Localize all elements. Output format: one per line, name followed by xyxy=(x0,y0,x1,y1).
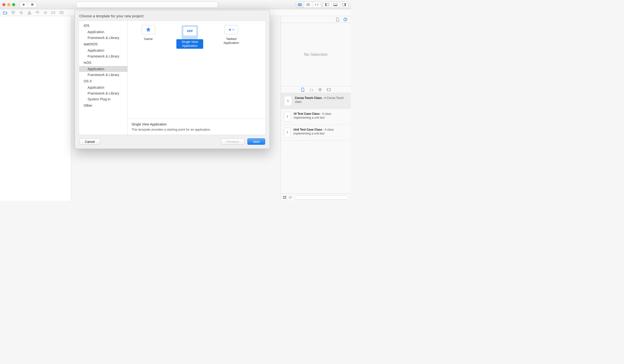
category-item[interactable]: Framework & Library xyxy=(79,72,127,78)
svg-rect-37 xyxy=(285,196,286,197)
next-button[interactable]: Next xyxy=(247,138,265,145)
svg-rect-12 xyxy=(344,3,346,6)
code-snippet-library-icon[interactable]: { } xyxy=(310,88,313,91)
template-desc-body: This template provides a starting point … xyxy=(131,128,261,131)
svg-rect-10 xyxy=(334,5,337,6)
library-footer xyxy=(281,193,351,201)
template-desc-title: Single View Application xyxy=(131,122,261,126)
category-item[interactable]: System Plug-in xyxy=(79,96,127,102)
template-label: Game xyxy=(142,36,154,42)
category-header: iOS xyxy=(79,22,127,29)
library-list: C Cocoa Touch Class - A Cocoa Touch clas… xyxy=(281,93,351,193)
object-library-icon[interactable] xyxy=(318,88,322,91)
editor-mode-segment xyxy=(296,1,321,8)
file-template-library-icon[interactable] xyxy=(301,88,304,91)
breakpoint-navigator-icon[interactable] xyxy=(51,10,56,15)
app-icon: APP xyxy=(183,26,197,36)
title-bar xyxy=(0,0,351,9)
template-categories: iOS Application Framework & Library watc… xyxy=(79,21,128,135)
standard-editor-button[interactable] xyxy=(296,2,304,8)
grid-view-icon[interactable] xyxy=(283,196,286,199)
report-navigator-icon[interactable] xyxy=(59,10,64,15)
svg-point-32 xyxy=(320,89,320,90)
svg-rect-38 xyxy=(283,198,285,199)
find-navigator-icon[interactable] xyxy=(19,10,24,15)
svg-text:?: ? xyxy=(345,18,346,21)
run-button[interactable] xyxy=(20,2,28,8)
library-item[interactable]: C Cocoa Touch Class - A Cocoa Touch clas… xyxy=(281,93,351,109)
window-controls xyxy=(2,3,15,6)
category-header: Other xyxy=(79,102,127,109)
library-item[interactable]: T UI Test Case Class - A class implement… xyxy=(281,109,351,125)
list-view-icon[interactable] xyxy=(288,196,292,199)
toggle-utilities-button[interactable] xyxy=(340,2,348,8)
category-item[interactable]: Application xyxy=(79,85,127,91)
svg-text:★: ★ xyxy=(229,28,231,31)
template-picker: Game APP Single View Application ★ Tabbe… xyxy=(128,21,265,135)
category-item[interactable]: Framework & Library xyxy=(79,53,127,59)
class-file-icon: C xyxy=(284,96,292,106)
panel-toggles xyxy=(323,1,348,8)
category-item[interactable]: Framework & Library xyxy=(79,35,127,41)
library-filter-input[interactable] xyxy=(294,195,348,200)
toggle-debug-area-button[interactable] xyxy=(332,2,340,8)
template-label: Tabbed Application xyxy=(218,36,245,46)
close-window-button[interactable] xyxy=(2,3,5,6)
sheet-title: Choose a template for your new project: xyxy=(75,10,270,21)
tabbed-icon: ★ xyxy=(224,25,238,34)
svg-rect-25 xyxy=(60,11,63,14)
svg-rect-1 xyxy=(31,3,33,6)
library-item-text: Cocoa Touch Class - A Cocoa Touch class xyxy=(295,96,347,106)
category-item[interactable]: Application xyxy=(79,29,127,35)
test-file-icon: T xyxy=(284,112,291,122)
sheet-footer: Cancel Previous Next xyxy=(75,135,270,149)
media-library-icon[interactable] xyxy=(327,88,331,91)
svg-text:{ }: { } xyxy=(310,88,313,91)
stop-button[interactable] xyxy=(28,2,36,8)
navigator-panel xyxy=(0,16,71,201)
category-header: watchOS xyxy=(79,41,127,47)
previous-button[interactable]: Previous xyxy=(221,138,245,145)
template-game[interactable]: Game xyxy=(135,25,162,42)
svg-point-6 xyxy=(308,4,310,6)
debug-navigator-icon[interactable] xyxy=(43,10,48,15)
svg-rect-14 xyxy=(14,11,15,12)
svg-line-19 xyxy=(22,13,23,14)
version-editor-button[interactable] xyxy=(312,2,321,8)
svg-point-21 xyxy=(29,13,29,14)
svg-point-43 xyxy=(232,29,233,30)
quick-help-inspector-icon[interactable]: ? xyxy=(343,18,347,22)
inspector-tabs: ? xyxy=(281,16,351,23)
svg-point-44 xyxy=(233,29,234,30)
zoom-window-button[interactable] xyxy=(12,3,15,6)
svg-marker-0 xyxy=(23,3,25,6)
test-navigator-icon[interactable] xyxy=(35,10,40,15)
category-item[interactable]: Application xyxy=(79,47,127,53)
svg-line-17 xyxy=(13,12,14,13)
library-item-text: Unit Test Case Class - A class implement… xyxy=(293,128,347,137)
template-single-view-app[interactable]: APP Single View Application xyxy=(176,25,203,49)
test-file-icon: T xyxy=(284,128,290,137)
issue-navigator-icon[interactable] xyxy=(27,10,31,15)
cancel-button[interactable]: Cancel xyxy=(79,138,100,145)
template-label: Single View Application xyxy=(176,39,203,49)
template-tabbed-app[interactable]: ★ Tabbed Application xyxy=(218,25,245,46)
minimize-window-button[interactable] xyxy=(7,3,10,6)
game-icon xyxy=(141,25,155,34)
library-tabs: { } xyxy=(281,86,351,93)
svg-rect-36 xyxy=(283,196,285,197)
symbol-navigator-icon[interactable] xyxy=(11,10,15,15)
category-header: OS X xyxy=(79,78,127,85)
svg-point-31 xyxy=(319,88,321,91)
file-inspector-icon[interactable] xyxy=(336,18,339,22)
library-item[interactable]: T Unit Test Case Class - A class impleme… xyxy=(281,125,351,141)
svg-rect-33 xyxy=(327,89,330,91)
toggle-navigator-button[interactable] xyxy=(323,2,332,8)
assistant-editor-button[interactable] xyxy=(304,2,312,8)
category-item[interactable]: Application xyxy=(79,66,127,72)
category-item[interactable]: Framework & Library xyxy=(79,91,127,96)
no-selection-label: No Selection xyxy=(281,23,351,86)
template-description: Single View Application This template pr… xyxy=(128,119,265,135)
svg-line-16 xyxy=(12,12,13,13)
project-navigator-icon[interactable] xyxy=(3,10,7,15)
